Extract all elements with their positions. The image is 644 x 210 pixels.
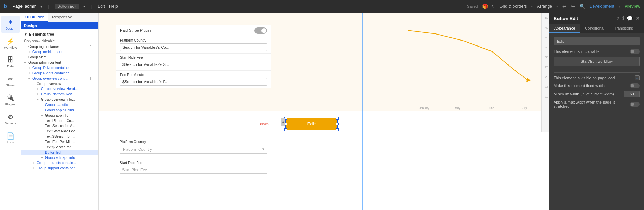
max-width-toggle[interactable]	[630, 102, 640, 107]
tree-expand-overview-head[interactable]: +	[37, 87, 40, 91]
button-edit-dropdown-icon[interactable]: ▾	[83, 5, 85, 8]
tree-item-text-platform-co[interactable]: Text Platform Co...	[21, 118, 98, 123]
tree-item-group-edit-app-info[interactable]: + Group edit app info	[21, 155, 98, 160]
tree-item-group-mobile-menu[interactable]: + Group mobile menu	[21, 49, 98, 55]
tree-expand-group-big[interactable]: −	[24, 45, 27, 49]
tree-expand-alert[interactable]: −	[24, 55, 27, 59]
tree-expand-riders[interactable]: +	[28, 71, 32, 75]
development-btn[interactable]: Development	[589, 4, 614, 9]
arrange-btn[interactable]: Arrange	[537, 4, 552, 9]
tree-item-group-statistics[interactable]: + Group statistics	[21, 102, 98, 107]
gift-icon[interactable]: 🎁	[482, 4, 488, 9]
dev-dropdown[interactable]: ▾	[619, 5, 620, 8]
tree-options-icon3[interactable]: ⋮⋮	[89, 66, 95, 70]
tree-item-text-search-1[interactable]: Text $Search for ...	[21, 134, 98, 139]
tree-item-text-search-v[interactable]: Text Search for V...	[21, 123, 98, 129]
resize-handle-bl[interactable]	[284, 128, 287, 131]
search-icon[interactable]: 🔍	[579, 4, 585, 9]
cursor-icon[interactable]: ↖	[491, 4, 495, 9]
edit-menu[interactable]: Edit	[97, 4, 105, 9]
tree-item-button-edit[interactable]: Button Edit	[21, 150, 98, 155]
tab-appearance[interactable]: Appearance	[549, 24, 580, 33]
tab-conditional[interactable]: Conditional	[580, 24, 609, 33]
tree-expand-overview[interactable]: −	[32, 82, 36, 86]
sidebar-item-workflow[interactable]: ⚡ Workflow	[1, 35, 20, 52]
tree-expand-icon[interactable]: ▼	[24, 32, 27, 36]
tree-item-text-search-2[interactable]: Text $Search for ...	[21, 144, 98, 150]
grid-dropdown[interactable]: ▾	[531, 5, 533, 8]
tree-item-group-overview-cont[interactable]: − Group overview cont... ⋮⋮	[21, 76, 98, 81]
page-dropdown-icon[interactable]: ▾	[40, 5, 42, 8]
tree-item-group-overview[interactable]: − Group overview	[21, 81, 98, 86]
tree-options-icon[interactable]: ⋮⋮	[89, 45, 95, 49]
tree-item-group-riders[interactable]: + Group Riders container ⋮⋮	[21, 70, 98, 76]
tree-expand-requests[interactable]: +	[32, 161, 36, 165]
redo-icon[interactable]: ↪	[571, 4, 575, 9]
panel-arrow-toggle[interactable]: ◀	[281, 118, 285, 126]
tree-item-group-admin-content[interactable]: − Group admin content	[21, 60, 98, 65]
tree-item-group-support[interactable]: + Group support container	[21, 166, 98, 171]
start-ride-fee-input[interactable]: $Search for Variables's S...	[120, 61, 267, 68]
tree-options-icon4[interactable]: ⋮⋮	[89, 72, 95, 75]
tree-expand-edit-app-info[interactable]: +	[41, 156, 44, 160]
not-clickable-toggle[interactable]	[630, 49, 640, 54]
fee-per-minute-input[interactable]: $Search for Variables's F...	[120, 78, 267, 86]
sidebar-item-design[interactable]: ✦ Design	[1, 16, 20, 33]
undo-icon[interactable]: ↩	[562, 4, 567, 9]
tree-item-group-app-info[interactable]: − Group app info	[21, 113, 98, 118]
tab-transitions[interactable]: Transitions	[609, 24, 638, 33]
sidebar-item-styles[interactable]: ✏ Styles	[1, 72, 20, 90]
tree-expand-statistics[interactable]: +	[41, 103, 44, 107]
tree-expand-platform-rev[interactable]: +	[37, 92, 40, 96]
tree-item-group-alert[interactable]: − Group alert ⋮⋮	[21, 55, 98, 60]
bottom-platform-country-dropdown[interactable]: Platform Country ▾	[120, 145, 267, 154]
tree-item-group-requests[interactable]: + Group requests contain...	[21, 160, 98, 166]
tab-responsive[interactable]: Responsive	[48, 13, 76, 22]
button-edit-label[interactable]: Button Edit	[55, 4, 79, 9]
resize-handle-tr[interactable]	[336, 117, 339, 120]
only-show-hideable-checkbox[interactable]	[57, 39, 61, 43]
resize-handle-mr[interactable]	[336, 123, 339, 125]
dropdown-display[interactable]: Platform Country ▾	[120, 145, 267, 154]
edit-button-panel[interactable]: Edit	[554, 37, 640, 45]
platform-country-input[interactable]: Search for Variables's Co...	[120, 43, 267, 51]
workflow-button[interactable]: Start/Edit workflow	[554, 57, 640, 66]
tree-expand-admin[interactable]: −	[24, 61, 27, 64]
fixed-width-toggle[interactable]	[630, 83, 640, 88]
paid-stripe-toggle[interactable]	[254, 27, 267, 34]
help-icon[interactable]: ?	[616, 16, 619, 21]
tree-item-group-overview-head[interactable]: + Group overview Head...	[21, 86, 98, 92]
tree-item-group-drivers[interactable]: + Group Drivers container ⋮⋮	[21, 65, 98, 70]
tree-expand-app-info[interactable]: −	[41, 113, 44, 117]
tree-expand-drivers[interactable]: +	[28, 66, 32, 70]
tree-item-group-overview-info[interactable]: − Group overview info...	[21, 97, 98, 102]
tab-ui-builder[interactable]: UI Builder	[21, 13, 48, 22]
tree-expand-overview-info[interactable]: −	[37, 98, 40, 101]
bottom-start-ride-fee-input[interactable]: Start Ride Fee	[120, 166, 267, 174]
visible-on-load-checkbox[interactable]: ✓	[635, 75, 640, 80]
grid-borders-btn[interactable]: Grid & borders	[499, 4, 527, 9]
sidebar-item-logs[interactable]: 📄 Logs	[1, 129, 20, 147]
tree-item-group-app-plugins[interactable]: + Group app plugins	[21, 107, 98, 113]
tree-expand-app-plugins[interactable]: +	[41, 108, 44, 112]
sidebar-item-data[interactable]: 🗄 Data	[1, 54, 20, 71]
sidebar-item-settings[interactable]: ⚙ Settings	[1, 110, 20, 128]
help-menu[interactable]: Help	[109, 4, 118, 9]
sidebar-item-plugins[interactable]: 🔌 Plugins	[1, 91, 20, 109]
close-icon[interactable]: ✕	[636, 16, 640, 21]
resize-handle-br[interactable]	[336, 128, 339, 131]
comment-icon[interactable]: 💬	[627, 16, 633, 21]
tree-item-text-start-ride[interactable]: Text Start Ride Fee	[21, 129, 98, 134]
tree-item-group-platform-rev[interactable]: + Group Platform Rev...	[21, 92, 98, 97]
preview-btn[interactable]: Preview	[625, 4, 640, 9]
tree-expand-support[interactable]: +	[32, 166, 36, 170]
tree-options-icon2[interactable]: ⋮⋮	[89, 56, 95, 59]
tree-item-group-big-container[interactable]: − Group big container ⋮⋮	[21, 44, 98, 49]
min-width-input[interactable]	[624, 91, 640, 97]
info-icon[interactable]: ℹ	[622, 16, 624, 21]
tree-expand-overview-cont[interactable]: −	[28, 76, 32, 80]
tree-item-text-fee-per-min[interactable]: Text Fee Per Min...	[21, 139, 98, 144]
tree-expand-mobile[interactable]: +	[28, 50, 32, 54]
edit-button-canvas[interactable]: Edit	[285, 118, 338, 130]
arrange-dropdown[interactable]: ▾	[556, 5, 558, 8]
